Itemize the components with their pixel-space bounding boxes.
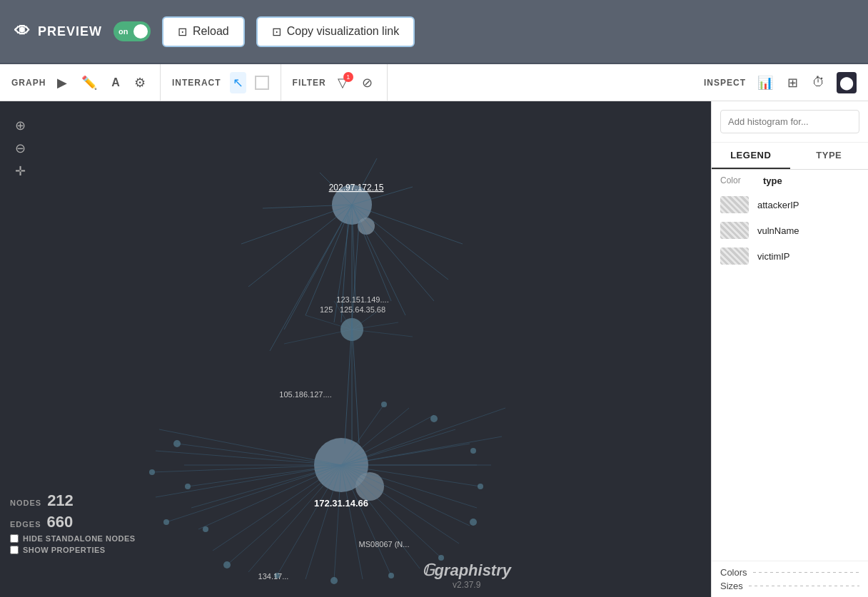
copy-icon: ⊡	[272, 25, 281, 39]
svg-point-65	[330, 577, 338, 584]
svg-line-78	[345, 322, 352, 444]
top-bar: 👁 PREVIEW on ⊡ Reload ⊡ Copy visualizati…	[0, 0, 868, 64]
edges-value: 660	[47, 513, 74, 531]
legend-footer-sizes: Sizes	[720, 581, 859, 591]
toolbar-graph-group: GRAPH ▶ ✏️ A ⚙	[0, 64, 161, 101]
legend-type-name-0: attackerIP	[757, 200, 799, 210]
node-label-3: 125	[320, 305, 333, 314]
svg-point-73	[149, 469, 155, 475]
eye-icon: 👁	[14, 22, 31, 41]
toggle-on-text: on	[118, 27, 128, 36]
svg-point-74	[163, 519, 169, 525]
table-icon[interactable]: ⊞	[784, 72, 801, 93]
zoom-controls: ⊕ ⊖ ✛	[10, 116, 30, 181]
svg-point-63	[223, 561, 231, 568]
tab-legend[interactable]: LEGEND	[712, 143, 790, 169]
main-area: ⊕ ⊖ ✛	[0, 101, 868, 597]
svg-line-12	[248, 205, 352, 287]
toolbar: GRAPH ▶ ✏️ A ⚙ INTERACT ↖ FILTER ▽ 1 ⊘ I…	[0, 64, 868, 101]
svg-line-50	[341, 408, 409, 465]
svg-line-33	[227, 465, 341, 565]
filter-count-badge: 1	[343, 72, 353, 82]
branding: 𝔾graphistry v2.37.9	[422, 561, 511, 590]
svg-line-35	[277, 465, 341, 576]
text-icon[interactable]: A	[108, 73, 123, 92]
hide-standalone-checkbox[interactable]	[10, 534, 19, 543]
nodes-value: 212	[47, 491, 74, 510]
branding-name: 𝔾graphistry	[422, 561, 511, 580]
graph-label: GRAPH	[11, 78, 46, 88]
svg-line-55	[156, 465, 341, 497]
svg-line-59	[341, 408, 505, 465]
filter-label: FILTER	[293, 78, 326, 88]
svg-line-5	[352, 205, 391, 301]
legend-header: Color type	[712, 170, 868, 192]
preview-toggle[interactable]: on	[113, 21, 151, 41]
node-label-5: 172.31.14.66	[314, 498, 368, 509]
branding-version: v2.37.9	[422, 580, 511, 590]
legend-colors-label: Colors	[720, 567, 747, 578]
node-label-2: 125.64.35.68	[340, 305, 385, 314]
legend-swatch-2	[720, 248, 749, 265]
zoom-in-button[interactable]: ⊕	[10, 116, 30, 136]
legend-footer: Colors Sizes	[712, 561, 868, 597]
svg-point-60	[173, 440, 181, 447]
svg-line-54	[152, 465, 341, 472]
legend-footer-colors: Colors	[720, 567, 859, 578]
preview-section: 👁 PREVIEW	[14, 22, 102, 41]
legend-swatch-1	[720, 222, 749, 239]
svg-line-58	[341, 437, 502, 465]
legend-type-name-2: victimIP	[757, 251, 790, 262]
reload-icon: ⊡	[178, 25, 187, 39]
legend-sizes-line	[749, 586, 859, 586]
zoom-out-button[interactable]: ⊖	[10, 138, 30, 158]
svg-point-71	[430, 415, 438, 422]
svg-point-61	[185, 484, 191, 489]
node-label-6: MS08067 (N...	[359, 540, 410, 548]
svg-line-80	[352, 322, 359, 444]
reload-button[interactable]: ⊡ Reload	[162, 16, 245, 47]
settings-icon[interactable]: ⚙	[131, 72, 148, 93]
tab-type[interactable]: TYPE	[790, 143, 869, 169]
svg-line-31	[198, 465, 341, 529]
svg-line-56	[166, 465, 341, 522]
node-label-0: 202.97.172.15	[329, 183, 384, 193]
graph-stats: NODES 212 EDGES 660 HIDE STANDALONE NODE…	[10, 491, 136, 554]
legend-row-0: attackerIP	[712, 192, 868, 218]
legend-colors-line	[753, 572, 859, 573]
legend-type-tabs: LEGEND TYPE	[712, 143, 868, 170]
legend-swatch-0	[720, 196, 749, 213]
circle-icon[interactable]: ⬤	[837, 72, 857, 93]
hide-standalone-label: HIDE STANDALONE NODES	[23, 534, 136, 543]
svg-point-69	[478, 484, 483, 489]
sidebar-panel: LEGEND TYPE Color type attackerIP vulnNa…	[711, 101, 868, 597]
histogram-section	[712, 101, 868, 143]
clock-icon[interactable]: ⏱	[809, 72, 828, 93]
histogram-icon[interactable]: 📊	[755, 72, 776, 93]
preview-label: PREVIEW	[38, 24, 102, 39]
histogram-input[interactable]	[720, 110, 859, 133]
node-label-1: 123.151.149....	[336, 295, 388, 304]
svg-point-26	[355, 472, 384, 501]
select-icon[interactable]	[255, 76, 269, 90]
legend-row-1: vulnName	[712, 218, 868, 243]
legend-sizes-label: Sizes	[720, 581, 743, 591]
legend-type-header: type	[763, 175, 859, 186]
brush-icon[interactable]: ✏️	[79, 72, 100, 93]
show-properties-checkbox[interactable]	[10, 546, 19, 554]
zoom-fit-button[interactable]: ✛	[10, 161, 30, 181]
play-icon[interactable]: ▶	[54, 72, 70, 93]
show-properties-label: SHOW PROPERTIES	[23, 546, 106, 554]
graph-canvas[interactable]: ⊕ ⊖ ✛	[0, 101, 711, 597]
cursor-icon[interactable]: ↖	[230, 72, 246, 93]
inspect-label: INSPECT	[704, 78, 746, 88]
svg-point-62	[203, 526, 208, 532]
node-label-4: 105.186.127....	[279, 390, 331, 399]
svg-point-72	[381, 402, 387, 407]
filter-clear-icon[interactable]: ⊘	[359, 72, 375, 93]
copy-link-button[interactable]: ⊡ Copy visualization link	[256, 16, 415, 47]
svg-point-66	[388, 573, 394, 578]
svg-line-13	[241, 205, 352, 244]
legend-color-header: Color	[720, 175, 763, 186]
node-label-7: 134.17...	[258, 572, 289, 581]
